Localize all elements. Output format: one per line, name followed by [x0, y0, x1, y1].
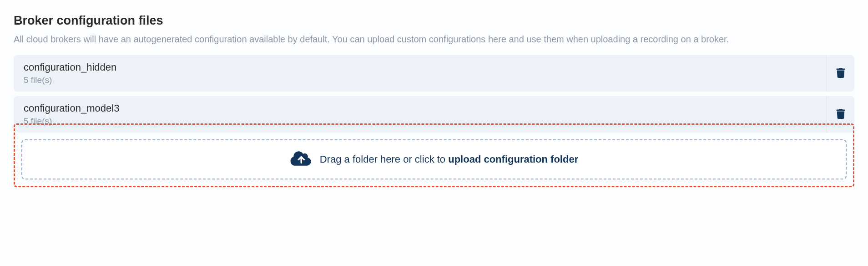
trash-icon	[836, 68, 845, 79]
config-file-count: 5 file(s)	[24, 75, 116, 85]
config-name: configuration_model3	[24, 102, 119, 114]
section-description: All cloud brokers will have an autogener…	[14, 32, 854, 46]
config-info: configuration_hidden 5 file(s)	[24, 61, 116, 85]
config-info: configuration_model3 5 file(s)	[24, 102, 119, 126]
highlight-annotation: Drag a folder here or click to upload co…	[14, 123, 854, 187]
trash-icon	[836, 109, 845, 120]
cloud-upload-icon	[290, 150, 312, 169]
delete-button[interactable]	[827, 55, 854, 92]
upload-dropzone[interactable]: Drag a folder here or click to upload co…	[21, 139, 847, 179]
upload-text: Drag a folder here or click to upload co…	[320, 153, 578, 165]
config-list: configuration_hidden 5 file(s) configura…	[14, 55, 854, 133]
section-title: Broker configuration files	[14, 14, 854, 28]
config-item[interactable]: configuration_hidden 5 file(s)	[14, 55, 854, 92]
config-name: configuration_hidden	[24, 61, 116, 73]
upload-text-bold: upload configuration folder	[448, 153, 578, 165]
upload-text-prefix: Drag a folder here or click to	[320, 153, 448, 165]
